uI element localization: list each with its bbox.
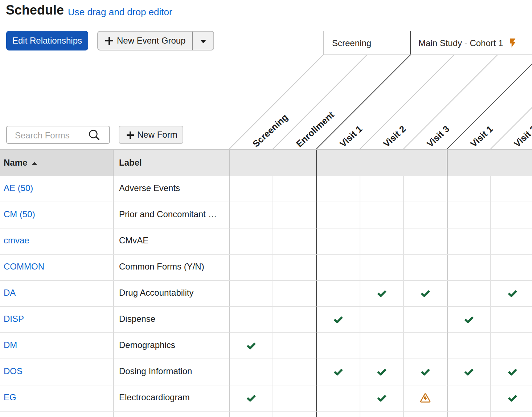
- svg-text:Screening: Screening: [250, 112, 290, 149]
- svg-text:Main Study - Cohort 1: Main Study - Cohort 1: [418, 38, 503, 48]
- svg-text:Screening: Screening: [332, 38, 371, 48]
- svg-text:Visit 3: Visit 3: [425, 124, 451, 149]
- svg-text:Visit 1: Visit 1: [468, 124, 495, 149]
- svg-text:Visit 1: Visit 1: [337, 124, 364, 149]
- svg-text:Enrollment: Enrollment: [294, 109, 336, 149]
- svg-text:Visit 2: Visit 2: [512, 124, 532, 149]
- svg-text:Visit 2: Visit 2: [381, 124, 408, 149]
